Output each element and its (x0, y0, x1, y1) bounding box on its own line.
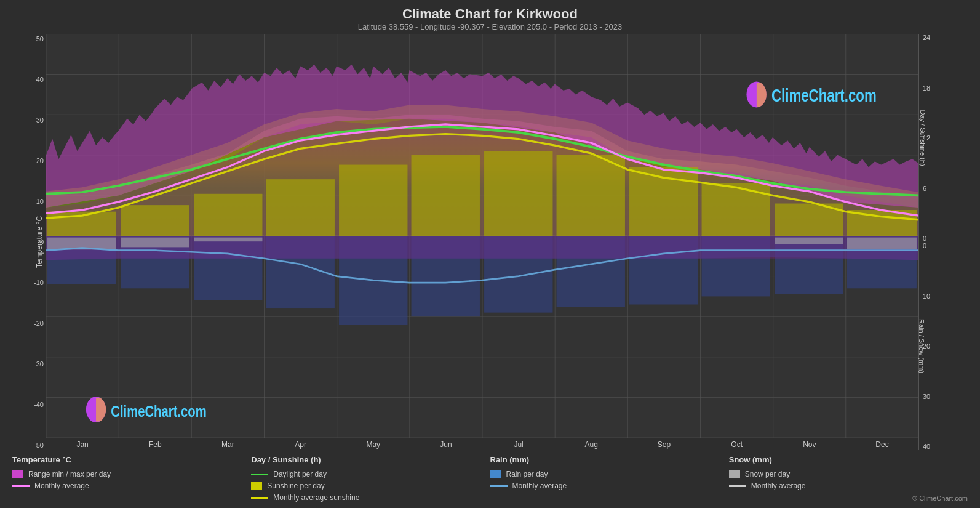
legend-label-snow: Snow per day (745, 470, 790, 478)
x-label-apr: Apr (265, 440, 337, 449)
x-label-mar: Mar (191, 440, 264, 449)
legend-header-temp: Temperature °C (12, 455, 251, 464)
legend-item-daylight: Daylight per day (251, 470, 490, 478)
legend-label-temp-avg: Monthly average (34, 482, 89, 490)
svg-rect-44 (121, 205, 189, 236)
y-tick-labels-left: 50 40 30 20 10 0 -10 -20 -30 -40 -50 (10, 34, 44, 450)
right-axis-bottom-label: Rain / Snow (mm) (918, 319, 925, 373)
legend-label-sunshine-avg: Monthly average sunshine (273, 493, 359, 502)
legend-area: Temperature °C Range min / max per day M… (12, 450, 968, 502)
legend-label-daylight: Daylight per day (273, 470, 327, 478)
legend-swatch-snow (729, 470, 740, 478)
legend-swatch-rain (490, 470, 501, 478)
legend-header-sunshine: Day / Sunshine (h) (251, 455, 490, 464)
svg-rect-59 (847, 238, 917, 249)
legend-header-rain: Rain (mm) (490, 455, 729, 464)
svg-rect-49 (484, 151, 552, 236)
svg-text:ClimeChart.com: ClimeChart.com (111, 402, 206, 420)
legend-label-snow-avg: Monthly average (751, 482, 806, 490)
chart-main: ClimeChart.com ClimeChart.com Jan (46, 34, 918, 450)
svg-rect-56 (121, 238, 189, 248)
legend-line-sunshine-avg (251, 497, 268, 499)
legend-label-sunshine: Sunshine per day (267, 482, 324, 490)
legend-item-temp-avg: Monthly average (12, 482, 251, 490)
svg-rect-48 (412, 155, 480, 236)
svg-text:ClimeChart.com: ClimeChart.com (771, 86, 877, 105)
legend-item-snow-avg: Monthly average (729, 482, 968, 490)
svg-rect-52 (702, 183, 770, 236)
x-label-feb: Feb (119, 440, 191, 449)
x-label-nov: Nov (773, 440, 846, 449)
legend-item-temp-range: Range min / max per day (12, 470, 251, 478)
legend-swatch-sunshine (251, 482, 262, 490)
right-axis-top-label: Day / Sunshine (h) (919, 110, 926, 166)
svg-rect-57 (194, 238, 262, 242)
legend-item-sunshine: Sunshine per day (251, 482, 490, 490)
chart-svg: ClimeChart.com ClimeChart.com (46, 34, 918, 438)
legend-line-daylight (251, 474, 268, 475)
copyright: © ClimeChart.com (729, 494, 968, 502)
legend-item-rain: Rain per day (490, 470, 729, 478)
x-label-jul: Jul (482, 440, 555, 449)
legend-header-snow: Snow (mm) (729, 455, 968, 464)
y-ticks-right-bottom: 0 10 20 30 40 (923, 242, 968, 450)
svg-rect-50 (557, 155, 625, 236)
x-label-dec: Dec (846, 440, 918, 449)
x-label-may: May (337, 440, 410, 449)
x-axis-labels: Jan Feb Mar Apr May Jun Jul Aug Sep Oct … (46, 438, 918, 450)
x-label-jun: Jun (410, 440, 482, 449)
legend-label-rain-avg: Monthly average (512, 482, 567, 490)
svg-rect-47 (339, 165, 407, 236)
legend-item-rain-avg: Monthly average (490, 482, 729, 490)
right-axes: 24 18 12 6 0 Day / Sunshine (h) 0 10 20 … (918, 34, 968, 450)
x-label-oct: Oct (701, 440, 773, 449)
legend-line-rain-avg (490, 485, 508, 487)
x-label-jan: Jan (46, 440, 119, 449)
legend-swatch-temp-range (12, 470, 23, 478)
y-ticks-right-top: 24 18 12 6 0 (923, 34, 968, 242)
chart-subtitle: Latitude 38.559 - Longitude -90.367 - El… (12, 22, 968, 31)
legend-label-rain: Rain per day (506, 470, 548, 478)
legend-col-rain: Rain (mm) Rain per day Monthly average (490, 455, 729, 502)
x-label-aug: Aug (555, 440, 627, 449)
legend-col-temperature: Temperature °C Range min / max per day M… (12, 455, 251, 502)
svg-rect-58 (775, 238, 843, 244)
chart-title: Climate Chart for Kirkwood (12, 6, 968, 22)
legend-label-temp-range: Range min / max per day (28, 470, 111, 478)
y-axis-left: 50 40 30 20 10 0 -10 -20 -30 -40 -50 Tem… (12, 34, 46, 450)
legend-line-temp-avg (12, 485, 30, 487)
x-label-sep: Sep (627, 440, 700, 449)
legend-col-snow: Snow (mm) Snow per day Monthly average ©… (729, 455, 968, 502)
legend-item-sunshine-avg: Monthly average sunshine (251, 493, 490, 502)
legend-item-snow: Snow per day (729, 470, 968, 478)
svg-rect-45 (194, 194, 262, 236)
chart-svg-area: ClimeChart.com ClimeChart.com (46, 34, 918, 438)
title-area: Climate Chart for Kirkwood Latitude 38.5… (12, 6, 968, 31)
legend-col-sunshine: Day / Sunshine (h) Daylight per day Suns… (251, 455, 490, 502)
svg-rect-46 (266, 179, 335, 236)
legend-line-snow-avg (729, 485, 746, 487)
